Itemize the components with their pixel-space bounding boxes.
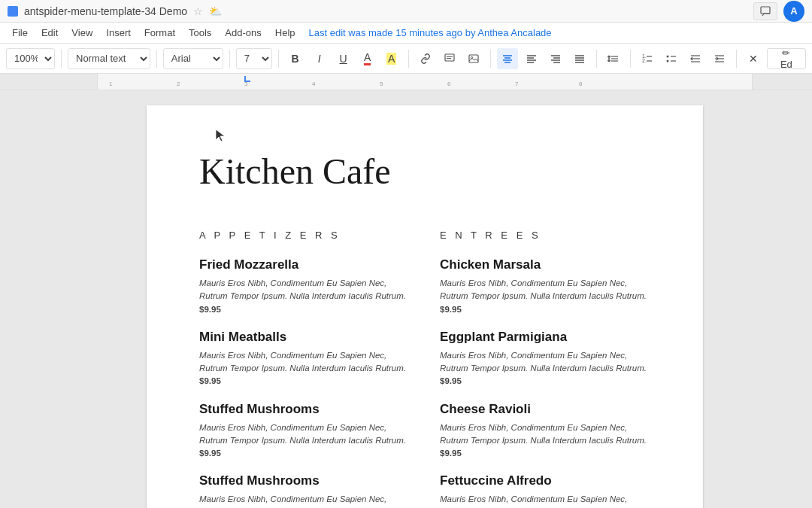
cloud-sync-icon: ⛅ — [209, 5, 222, 17]
entree-3-name: Cheese Ravioli — [440, 402, 650, 417]
bold-button[interactable]: B — [285, 48, 306, 69]
separator — [490, 50, 491, 68]
svg-point-32 — [666, 59, 668, 62]
align-justify-button[interactable] — [569, 48, 590, 69]
appetizer-1-desc: Mauris Eros Nibh, Condimentum Eu Sapien … — [199, 277, 410, 316]
menu-columns: A P P E T I Z E R S Fried Mozzarella Mau… — [199, 230, 650, 508]
entree-3-desc: Mauris Eros Nibh, Condimentum Eu Sapien … — [440, 421, 650, 461]
last-edit-notice[interactable]: Last edit was made 15 minutes ago by Ant… — [309, 27, 552, 38]
appetizer-3-desc: Mauris Eros Nibh, Condimentum Eu Sapien … — [199, 421, 410, 461]
menu-item-format[interactable]: Format — [138, 24, 181, 41]
separator — [156, 50, 157, 68]
appetizer-2-name: Mini Meatballs — [199, 330, 410, 345]
separator — [630, 50, 631, 68]
menu-item-edit[interactable]: Edit — [35, 24, 64, 41]
menu-item-help[interactable]: Help — [269, 24, 301, 41]
edit-button[interactable]: ✏ Ed — [767, 48, 806, 69]
document-title[interactable]: antspider-menu-template-34 Demo — [24, 5, 187, 17]
separator — [596, 50, 597, 68]
appetizer-item-2: Mini Meatballs Mauris Eros Nibh, Condime… — [199, 330, 410, 388]
appetizer-item-1: Fried Mozzarella Mauris Eros Nibh, Condi… — [199, 257, 410, 316]
entree-item-2: Eggplant Parmigiana Mauris Eros Nibh, Co… — [440, 330, 650, 388]
menu-item-insert[interactable]: Insert — [100, 24, 137, 41]
entrees-column: E N T R E E S Chicken Marsala Mauris Ero… — [440, 230, 650, 508]
appetizers-header: A P P E T I Z E R S — [199, 230, 410, 241]
toolbar: 100% Normal text Arial 7 B I U A A — [0, 44, 812, 74]
underline-button[interactable]: U — [333, 48, 354, 69]
font-size-select[interactable]: 7 — [236, 48, 272, 69]
clear-formatting-button[interactable]: ✕ — [743, 48, 764, 69]
appetizer-2-desc: Mauris Eros Nibh, Condimentum Eu Sapien … — [199, 349, 410, 388]
svg-rect-1 — [445, 54, 454, 61]
appetizer-item-4: Stuffed Mushrooms Mauris Eros Nibh, Cond… — [199, 473, 410, 508]
separator — [736, 50, 737, 68]
ruler: 1 2 3 4 5 6 7 8 — [0, 74, 812, 90]
comment-icon[interactable] — [753, 2, 777, 20]
entrees-header: E N T R E E S — [440, 230, 650, 241]
link-button[interactable] — [415, 48, 436, 69]
image-button[interactable] — [463, 48, 484, 69]
menu-bar: File Edit View Insert Format Tools Add-o… — [0, 23, 812, 44]
sidebar-right — [752, 90, 812, 508]
align-right-button[interactable] — [545, 48, 566, 69]
menu-item-addons[interactable]: Add-ons — [219, 24, 267, 41]
svg-rect-0 — [761, 7, 770, 14]
svg-point-30 — [666, 55, 668, 57]
menu-item-file[interactable]: File — [6, 24, 34, 41]
italic-button[interactable]: I — [309, 48, 330, 69]
indent-increase-button[interactable] — [709, 48, 730, 69]
separator — [229, 50, 230, 68]
svg-text:2.: 2. — [642, 58, 647, 63]
align-left-button[interactable] — [521, 48, 542, 69]
entree-item-1: Chicken Marsala Mauris Eros Nibh, Condim… — [440, 257, 650, 316]
text-style-select[interactable]: Normal text — [68, 48, 150, 69]
entree-item-4: Fettuccine Alfredo Mauris Eros Nibh, Con… — [440, 473, 650, 508]
entree-2-name: Eggplant Parmigiana — [440, 330, 650, 345]
numbered-list-button[interactable]: 1.2. — [637, 48, 658, 69]
appetizer-4-name: Stuffed Mushrooms — [199, 473, 410, 488]
entree-1-desc: Mauris Eros Nibh, Condimentum Eu Sapien … — [440, 277, 650, 316]
font-select[interactable]: Arial — [163, 48, 223, 69]
title-bar: antspider-menu-template-34 Demo ☆ ⛅ A — [0, 0, 812, 23]
text-color-button[interactable]: A — [357, 48, 378, 69]
line-spacing-button[interactable] — [603, 48, 624, 69]
menu-item-tools[interactable]: Tools — [183, 24, 217, 41]
main-area: Kitchen Cafe A P P E T I Z E R S Fried M… — [0, 90, 812, 508]
indent-decrease-button[interactable] — [685, 48, 706, 69]
separator — [278, 50, 279, 68]
document-title: Kitchen Cafe — [199, 151, 650, 192]
document-container[interactable]: Kitchen Cafe A P P E T I Z E R S Fried M… — [98, 90, 752, 508]
entree-2-desc: Mauris Eros Nibh, Condimentum Eu Sapien … — [440, 349, 650, 388]
account-icon[interactable]: A — [783, 1, 804, 22]
entree-4-desc: Mauris Eros Nibh, Condimentum Eu Sapien … — [440, 493, 650, 508]
star-icon[interactable]: ☆ — [193, 5, 203, 17]
appetizer-4-desc: Mauris Eros Nibh, Condimentum Eu Sapien … — [199, 493, 410, 508]
separator — [408, 50, 409, 68]
appetizer-1-name: Fried Mozzarella — [199, 257, 410, 272]
comment-toolbar-button[interactable] — [439, 48, 460, 69]
appetizers-column: A P P E T I Z E R S Fried Mozzarella Mau… — [199, 230, 410, 508]
bullet-list-button[interactable] — [661, 48, 682, 69]
highlight-button[interactable]: A — [381, 48, 402, 69]
menu-item-view[interactable]: View — [65, 24, 98, 41]
zoom-select[interactable]: 100% — [6, 48, 55, 69]
sidebar-left — [0, 90, 98, 508]
appetizer-item-3: Stuffed Mushrooms Mauris Eros Nibh, Cond… — [199, 402, 410, 461]
document[interactable]: Kitchen Cafe A P P E T I Z E R S Fried M… — [147, 105, 703, 508]
svg-rect-4 — [469, 55, 478, 62]
align-center-button[interactable] — [497, 48, 518, 69]
entree-4-name: Fettuccine Alfredo — [440, 473, 650, 488]
separator — [61, 50, 62, 68]
entree-1-name: Chicken Marsala — [440, 257, 650, 272]
entree-item-3: Cheese Ravioli Mauris Eros Nibh, Condime… — [440, 402, 650, 461]
app-icon — [8, 6, 18, 17]
appetizer-3-name: Stuffed Mushrooms — [199, 402, 410, 417]
